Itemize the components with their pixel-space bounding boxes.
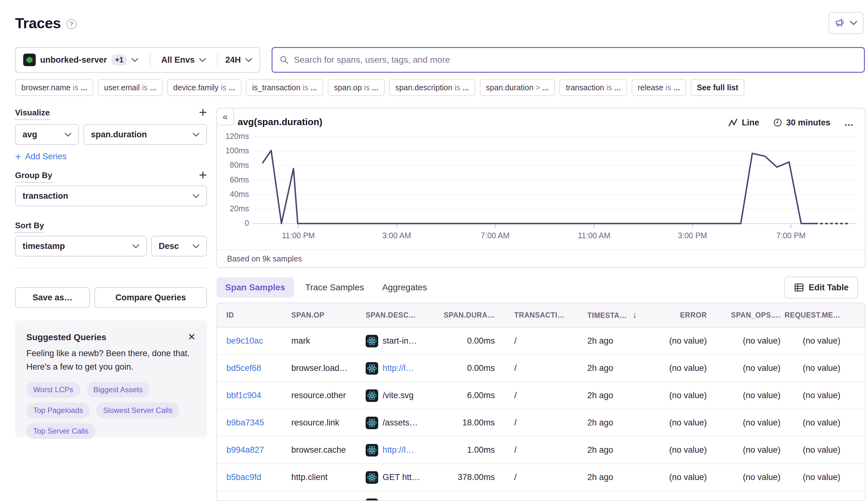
suggested-query-pill[interactable]: Slowest Server Calls [96,403,179,418]
chip-operator: is [453,83,463,92]
filter-chip-span.duration[interactable]: span.duration > ... [480,79,555,96]
aggregate-select[interactable]: avg [15,124,79,145]
column-header[interactable]: SPAN_OPS…. [707,311,781,319]
span-description-text[interactable]: GET htt… [383,472,420,482]
suggested-query-pill[interactable]: Biggest Assets [86,382,150,397]
react-icon [366,335,378,348]
tab-span-samples[interactable]: Span Samples [216,277,294,298]
cell-transaction: / [495,472,588,482]
column-header[interactable]: ERROR [665,311,707,319]
edit-table-button[interactable]: Edit Table [784,277,858,298]
x-axis-label: 3:00 PM [664,231,721,240]
column-header[interactable]: SPAN.OP [291,311,366,319]
chip-operator: is [300,83,310,92]
column-header[interactable]: REQUEST.ME… [781,311,840,319]
chip-value: ... [542,83,549,92]
cell-error: (no value) [665,472,707,482]
group-by-select[interactable]: transaction [15,185,207,206]
filter-chip-span.description[interactable]: span.description is ... [389,79,475,96]
chart-interval-button[interactable]: 30 minutes [773,118,830,128]
search-bar[interactable] [272,47,865,73]
span-id-link[interactable]: b41bfb26 [226,500,262,501]
timestamp-value[interactable]: 2h ago [588,472,613,482]
chip-value: ... [150,83,157,92]
span-description-text[interactable]: https://… [383,500,416,501]
add-series-button[interactable]: + Add Series [15,150,207,163]
table-icon [794,282,804,293]
span-id-link[interactable]: b9ba7345 [226,418,264,427]
span-id-link[interactable]: b5bac9fd [226,472,261,482]
chip-key: span.op [334,83,362,92]
sort-direction-select[interactable]: Desc [151,236,207,256]
span-id-link[interactable]: bbf1c904 [226,391,261,400]
cell-transaction: / [495,418,588,428]
react-icon [366,499,378,501]
tab-aggregates[interactable]: Aggregates [375,277,434,298]
filter-chip-device.family[interactable]: device.family is ... [167,79,242,96]
timestamp-value[interactable]: 2h ago [588,391,613,401]
column-header[interactable]: TIMESTA…↓ [588,310,665,320]
cell-span-description: /assets… [366,417,441,429]
column-header[interactable]: ID [226,311,291,319]
table-header-row: IDSPAN.OPSPAN.DESC…SPAN.DURA…TRANSACTI…T… [217,303,865,328]
span-description-text[interactable]: http://l… [383,363,414,373]
see-full-list-button[interactable]: See full list [690,79,744,96]
close-icon[interactable]: ✕ [188,332,196,342]
chart-type-button[interactable]: Line [729,118,759,128]
timestamp-value[interactable]: 2h ago [588,363,613,373]
add-visualize-button[interactable]: + [199,105,207,119]
tab-trace-samples[interactable]: Trace Samples [298,277,371,298]
traces-page: Traces ? unborked-server +1 All Envs [0,0,868,501]
span-description-text[interactable]: /assets… [383,418,418,428]
span-description-text[interactable]: /vite.svg [383,391,414,401]
help-icon[interactable]: ? [66,19,76,29]
span-id-link[interactable]: bd5cef68 [226,363,261,373]
divider [15,268,207,268]
field-select[interactable]: span.duration [83,124,207,145]
cell-span-ops: (no value) [707,445,781,455]
filter-chip-span.op[interactable]: span.op is ... [328,79,385,96]
suggested-query-pill[interactable]: Top Server Calls [27,423,95,439]
cell-error: (no value) [665,336,707,346]
timestamp-value[interactable]: 2h ago [588,445,613,455]
timestamp-value[interactable]: 2h ago [588,336,613,346]
column-header[interactable]: TRANSACTI… [495,311,588,319]
compare-queries-button[interactable]: Compare Queries [94,287,207,308]
group-by-section: Group By + [15,171,207,183]
span-id-link[interactable]: b994a827 [226,445,264,455]
filter-chip-transaction[interactable]: transaction is ... [559,79,627,96]
chip-key: browser.name [21,83,71,92]
cell-error: (no value) [665,363,707,373]
collapse-sidebar-button[interactable]: « [216,108,234,125]
group-by-controls: transaction [15,185,207,206]
project-selector[interactable]: unborked-server +1 [16,47,150,72]
column-header-label: SPAN.OP [291,311,324,319]
suggested-query-pill[interactable]: Top Pageloads [27,403,90,418]
environment-selector[interactable]: All Envs [150,47,217,72]
save-as-button[interactable]: Save as… [15,287,90,308]
filter-chip-is_transaction[interactable]: is_transaction is ... [246,79,323,96]
span-description-text[interactable]: http://l… [383,445,414,455]
chart-controls: Line 30 minutes … [729,117,854,128]
span-id-link[interactable]: be9c10ac [226,336,263,345]
filter-chip-release[interactable]: release is ... [632,79,686,96]
date-range-selector[interactable]: 24H [218,47,260,72]
span-samples-table: IDSPAN.OPSPAN.DESC…SPAN.DURA…TRANSACTI…T… [216,302,866,501]
chart-overflow-menu[interactable]: … [844,117,854,128]
query-actions: Save as… Compare Queries [15,287,207,308]
react-icon [366,471,378,484]
timestamp-value[interactable]: 2h ago [588,418,613,428]
filter-chip-user.email[interactable]: user.email is ... [98,79,163,96]
sort-desc-icon[interactable]: ↓ [633,310,637,320]
filter-chip-browser.name[interactable]: browser.name is ... [15,79,94,96]
sort-field-select[interactable]: timestamp [15,236,147,256]
timestamp-value[interactable]: 2h ago [588,500,613,501]
whats-new-button[interactable] [828,12,864,34]
suggested-query-pill[interactable]: Worst LCPs [27,382,80,397]
search-input[interactable] [294,55,857,65]
column-header[interactable]: SPAN.DESC… [366,311,441,319]
add-group-by-button[interactable]: + [199,168,207,182]
chart-plot-area[interactable] [253,132,857,229]
span-description-text[interactable]: start-in… [383,336,417,346]
column-header[interactable]: SPAN.DURA… [441,311,495,319]
